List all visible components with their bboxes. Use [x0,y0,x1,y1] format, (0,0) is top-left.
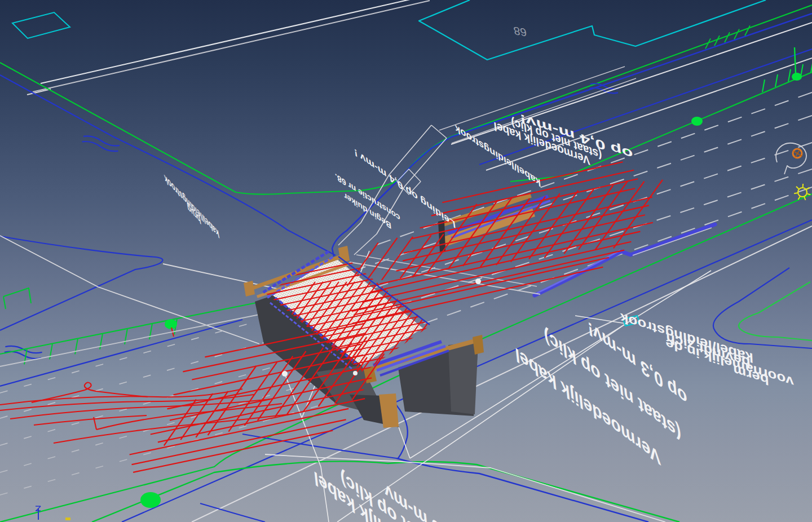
svg-text:68: 68 [513,24,528,39]
svg-text:kabel/leidingstrook: kabel/leidingstrook [164,172,220,241]
